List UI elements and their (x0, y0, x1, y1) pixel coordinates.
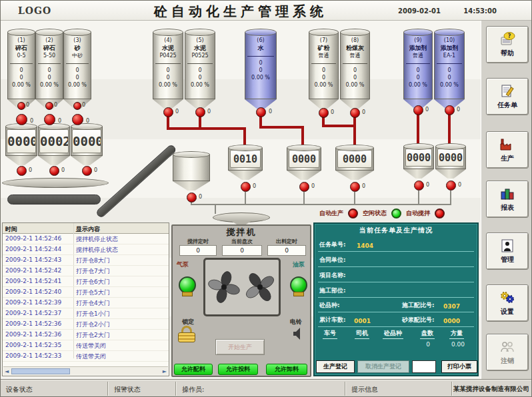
silo-material: 碎石 (36, 44, 63, 52)
status-bar: 设备状态 报警状态 操作员: 提示信息 某某搅拌设备制造有限公司 (1, 379, 532, 397)
weight-display: 0000 (7, 129, 36, 153)
log-row: 2009-2-1 14:52:46搅拌机停止状态 (3, 234, 169, 244)
flat-conveyor (7, 195, 101, 204)
hopper-funnel (335, 171, 374, 180)
sidebar-item-label: 注销 (501, 356, 514, 366)
big-gate-valve (16, 114, 27, 125)
aggregate-scale-1: 0000 (5, 123, 37, 165)
weight-display: 0000 (289, 150, 319, 168)
silo-value: 0 (64, 67, 91, 74)
silo-4: (4) 水泥 P0425 0 0 0.00 % (153, 29, 183, 109)
pipe-segment (417, 113, 419, 145)
sidebar-item-production[interactable]: 生产 (486, 131, 529, 169)
log-scrollbar[interactable]: ◄ ► (3, 366, 168, 375)
discharge-line (354, 192, 355, 205)
sidebar-item-help[interactable]: ? 帮助 (486, 26, 529, 63)
person-icon (499, 238, 516, 254)
discharge-line (418, 191, 419, 205)
small-gate-valve (73, 102, 81, 110)
mixer-blade-icon (243, 268, 277, 306)
valve-readout: 0 (30, 118, 33, 124)
sidebar-item-label: 管理 (501, 255, 514, 264)
divider (247, 56, 274, 57)
silo-percent: 0.00 % (36, 81, 63, 89)
oil-pump-indicator (290, 276, 307, 294)
silo-cap (63, 29, 91, 36)
silo-valve (163, 107, 173, 117)
th-volume: 方量 (449, 329, 464, 339)
silo-material: 碎石 (8, 44, 35, 52)
mixer-drop-line (215, 204, 216, 214)
device-status-label: 设备状态 (6, 385, 33, 394)
factory-icon (499, 137, 516, 153)
scale-valve (446, 181, 456, 191)
valve-readout: 0 (362, 109, 365, 115)
valve-readout: 0 (457, 107, 460, 113)
event-log-panel: 时间 显示内容 2009-2-1 14:52:46搅拌机停止状态 2009-2-… (2, 222, 169, 376)
print-ticket-button[interactable]: 打印小票 (441, 360, 477, 373)
silo-cap (7, 29, 35, 36)
indicator-label: 空闲状态 (363, 209, 387, 218)
valve-readout: 0 (253, 183, 256, 189)
start-production-button[interactable]: 开始生产 (215, 339, 265, 355)
scale-valve (299, 182, 309, 192)
hopper-funnel (435, 169, 466, 179)
hopper-funnel (5, 156, 37, 165)
silo-value: 0 (341, 67, 369, 74)
hopper-funnel (71, 156, 103, 165)
pipe-segment (448, 113, 451, 145)
silo-number: (3) (64, 37, 91, 44)
volume-cell: 0.00 (447, 341, 469, 348)
silo-number: (5) (185, 37, 215, 44)
variety-row: 砼品种:施工配比号:0307 (318, 299, 474, 312)
th-variety: 砼品种 (383, 329, 403, 339)
mixer-drum-view (203, 258, 281, 316)
discharge-line (303, 192, 305, 205)
th-truck: 车号 (323, 329, 337, 339)
production-register-button[interactable]: 生产登记 (316, 360, 355, 373)
silo-percent: 0.00 % (8, 81, 35, 89)
mixer-blade-icon (207, 268, 241, 306)
silo-material: 水泥 (153, 44, 183, 52)
log-row: 2009-2-1 14:52:36打开仓2大门 (3, 330, 169, 340)
silo-spec: 0-5 (8, 52, 35, 59)
allow-feeding-button[interactable]: 允许投料 (218, 364, 258, 375)
allow-batching-button[interactable]: 允许配料 (174, 364, 213, 375)
cancel-register-button[interactable]: 取消生产登记 (357, 360, 409, 373)
sidebar-item-settings[interactable]: 设置 (486, 284, 529, 322)
silo-percent: 0.00 % (309, 81, 338, 89)
aggregate-scale-3: 0000 (71, 123, 103, 165)
weight-display: 0000 (405, 149, 432, 167)
mortar-ratio-value: 0000 (443, 318, 460, 324)
big-gate-valve (44, 114, 55, 125)
hopper-funnel (228, 171, 263, 180)
valve-readout: 0 (175, 109, 179, 115)
sidebar-item-label: 帮助 (501, 49, 514, 58)
hopper-cap (403, 143, 434, 150)
silo-value: 0 (404, 74, 432, 81)
scroll-left-arrow[interactable]: ◄ (5, 368, 9, 374)
register-input[interactable] (412, 360, 436, 373)
sidebar-item-management[interactable]: 管理 (486, 232, 529, 270)
allow-discharge-button[interactable]: 允许卸料 (266, 364, 307, 375)
sidebar-item-logout[interactable]: 注销 (486, 334, 529, 371)
transfer-valve (187, 193, 197, 202)
oil-pump-label: 油泵 (293, 260, 305, 269)
silo-2: (2) 碎石 5-50 0 0 0.00 % (35, 29, 63, 109)
sidebar-item-tasks[interactable]: 任务单 (486, 78, 529, 115)
discharge-line (245, 192, 246, 205)
silo-value: 0 (185, 74, 215, 81)
silo-material: 矿粉 (309, 44, 338, 52)
log-row: 2009-2-1 14:52:37打开仓1小门 (3, 308, 169, 319)
scale-valve (350, 182, 360, 192)
silo-6-water: (6) 水 0 0 0.00 % (245, 29, 277, 109)
scrollbar-thumb[interactable] (11, 368, 70, 374)
scroll-right-arrow[interactable]: ► (163, 368, 167, 374)
valve-readout: 0 (426, 182, 429, 188)
log-row: 2009-2-1 14:52:40打开仓5大门 (3, 287, 169, 298)
aggregate-tray (2, 178, 109, 188)
silo-value: 0 (64, 74, 91, 81)
sidebar-item-reports[interactable]: 报表 (486, 181, 529, 218)
log-col-content: 显示内容 (76, 225, 100, 234)
hopper-funnel (287, 171, 321, 180)
